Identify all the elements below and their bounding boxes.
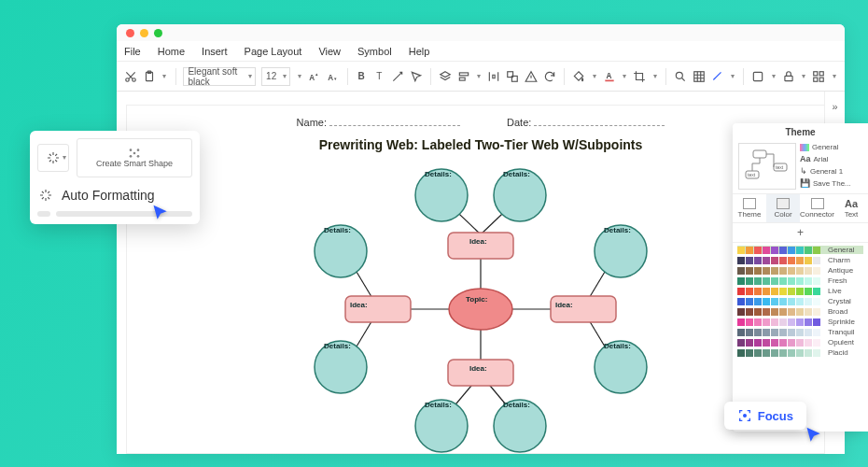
lock-icon[interactable]: [782, 69, 795, 84]
color-swatch[interactable]: [771, 247, 778, 254]
color-swatch[interactable]: [763, 267, 770, 275]
color-swatch[interactable]: [813, 267, 820, 275]
grid-dropdown-icon[interactable]: ▾: [831, 72, 837, 80]
table-icon[interactable]: [693, 69, 706, 84]
font-size-select[interactable]: 12: [261, 67, 290, 86]
color-scheme-row[interactable]: Tranquil: [737, 328, 863, 336]
idea-box[interactable]: Idea:: [448, 233, 513, 259]
color-swatch[interactable]: [771, 277, 778, 285]
color-swatch[interactable]: [788, 267, 795, 275]
color-swatch[interactable]: [771, 288, 778, 295]
color-swatch[interactable]: [746, 298, 753, 305]
font-select[interactable]: Elegant soft black: [183, 67, 256, 86]
color-swatch[interactable]: [796, 257, 804, 264]
color-swatch[interactable]: [805, 257, 812, 264]
rotate-icon[interactable]: [543, 69, 556, 84]
color-swatch[interactable]: [813, 288, 820, 295]
color-swatch[interactable]: [763, 308, 770, 316]
align-dropdown-icon[interactable]: ▾: [476, 72, 483, 80]
window-close-icon[interactable]: [126, 29, 134, 37]
color-swatch[interactable]: [805, 329, 812, 336]
color-scheme-row[interactable]: Placid: [737, 348, 863, 357]
crop-icon[interactable]: [633, 69, 646, 84]
group-icon[interactable]: [506, 69, 519, 84]
shape-dropdown-icon[interactable]: ▾: [770, 72, 777, 80]
color-swatch[interactable]: [813, 329, 820, 336]
detail-bubble[interactable]: Details:: [494, 400, 546, 452]
color-scheme-row[interactable]: Crystal: [737, 297, 863, 305]
color-swatch[interactable]: [813, 257, 820, 264]
size-dropdown-icon[interactable]: ▾: [296, 72, 302, 80]
color-swatch[interactable]: [737, 257, 745, 264]
search-icon[interactable]: [674, 69, 687, 84]
fill-icon[interactable]: [572, 69, 585, 84]
detail-bubble[interactable]: Details:: [595, 341, 647, 393]
tab-theme[interactable]: Theme: [733, 194, 766, 222]
idea-box[interactable]: Idea:: [551, 296, 616, 322]
color-swatch[interactable]: [796, 318, 804, 326]
color-swatch[interactable]: [779, 339, 787, 347]
detail-bubble[interactable]: Details:: [315, 225, 367, 277]
paste-dropdown-icon[interactable]: ▾: [161, 72, 168, 80]
color-swatch[interactable]: [779, 247, 787, 254]
color-swatch[interactable]: [805, 349, 812, 357]
auto-format-icon-button[interactable]: ▾: [37, 144, 69, 172]
fill-dropdown-icon[interactable]: ▾: [591, 72, 597, 80]
color-swatch[interactable]: [779, 329, 787, 336]
tab-color[interactable]: Color: [766, 194, 800, 222]
color-swatch[interactable]: [754, 247, 762, 254]
color-swatch[interactable]: [737, 298, 745, 305]
color-swatch[interactable]: [746, 247, 753, 254]
grid-icon[interactable]: [812, 69, 825, 84]
color-swatch[interactable]: [754, 277, 762, 285]
tab-text[interactable]: AaText: [834, 194, 868, 222]
color-swatch[interactable]: [763, 277, 770, 285]
color-swatch[interactable]: [737, 267, 745, 275]
color-swatch[interactable]: [763, 318, 770, 326]
theme-preview[interactable]: texttext: [738, 143, 796, 190]
color-swatch[interactable]: [737, 288, 745, 295]
layer-icon[interactable]: [439, 69, 452, 84]
color-swatch[interactable]: [813, 318, 820, 326]
crop-dropdown-icon[interactable]: ▾: [651, 72, 658, 80]
color-swatch[interactable]: [754, 339, 762, 347]
color-swatch[interactable]: [796, 298, 804, 305]
color-swatch[interactable]: [746, 267, 753, 275]
color-swatch[interactable]: [771, 329, 778, 336]
idea-box[interactable]: Idea:: [448, 360, 513, 386]
color-swatch[interactable]: [796, 277, 804, 285]
color-swatch[interactable]: [746, 339, 753, 347]
connector-icon[interactable]: [391, 69, 404, 84]
color-swatch[interactable]: [796, 349, 804, 357]
menu-item-file[interactable]: File: [124, 46, 141, 57]
align-icon[interactable]: [457, 69, 470, 84]
color-swatch[interactable]: [805, 308, 812, 316]
focus-button[interactable]: Focus: [724, 402, 806, 430]
menu-item-page-layout[interactable]: Page Layout: [245, 46, 302, 57]
window-maximize-icon[interactable]: [154, 29, 162, 37]
add-theme-button[interactable]: +: [733, 223, 868, 243]
menu-item-symbol[interactable]: Symbol: [357, 46, 392, 57]
color-swatch[interactable]: [754, 308, 762, 316]
color-swatch[interactable]: [788, 329, 795, 336]
color-swatch[interactable]: [779, 298, 787, 305]
color-swatch[interactable]: [779, 318, 787, 326]
detail-bubble[interactable]: Details:: [494, 169, 546, 221]
color-swatch[interactable]: [754, 257, 762, 264]
color-scheme-row[interactable]: Charm: [737, 256, 863, 264]
color-scheme-row[interactable]: Live: [737, 287, 863, 295]
color-scheme-row[interactable]: Opulent: [737, 338, 863, 347]
color-swatch[interactable]: [763, 247, 770, 254]
color-swatch[interactable]: [754, 267, 762, 275]
color-swatch[interactable]: [746, 288, 753, 295]
color-swatch[interactable]: [813, 247, 820, 254]
color-swatch[interactable]: [813, 308, 820, 316]
color-swatch[interactable]: [771, 298, 778, 305]
detail-bubble[interactable]: Details:: [315, 341, 367, 393]
color-swatch[interactable]: [771, 318, 778, 326]
warning-icon[interactable]: [525, 69, 538, 84]
font-color-icon[interactable]: A: [603, 69, 616, 84]
color-swatch[interactable]: [737, 308, 745, 316]
tab-connector[interactable]: Connector: [800, 194, 834, 222]
color-swatch[interactable]: [805, 267, 812, 275]
